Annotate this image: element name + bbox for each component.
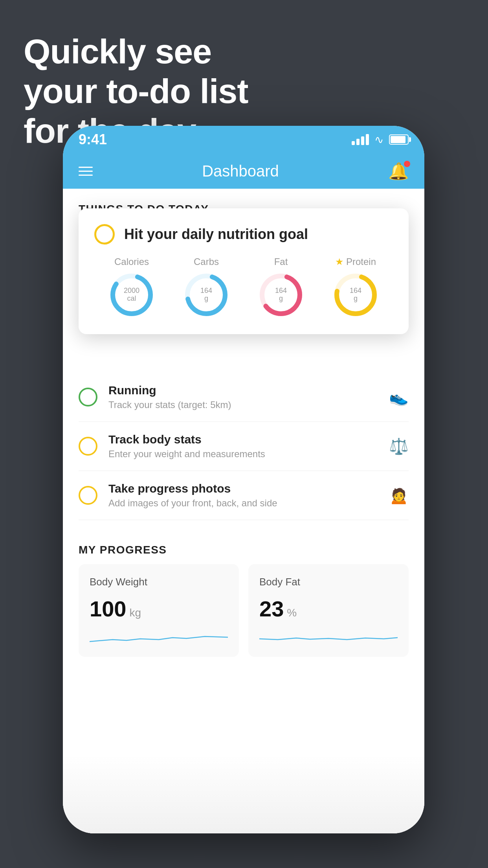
fat-item: Fat 164 g [257,256,305,318]
body-weight-label: Body Weight [90,576,228,588]
body-fat-value: 23 % [259,596,398,622]
photos-title: Take progress photos [108,482,378,495]
status-bar: 9:41 ∿ [63,126,424,153]
person-icon: 🙍 [389,486,409,505]
wifi-icon: ∿ [374,133,383,146]
body-fat-number: 23 [259,596,284,622]
running-sub: Track your stats (target: 5km) [108,399,378,410]
shoe-icon: 👟 [389,388,409,406]
body-fat-unit: % [287,607,297,619]
star-icon: ★ [335,256,344,267]
running-content: Running Track your stats (target: 5km) [108,384,378,410]
todo-item-running[interactable]: Running Track your stats (target: 5km) 👟 [79,373,409,422]
calories-item: Calories 2000 cal [108,256,155,318]
phone-body: THINGS TO DO TODAY Hit your daily nutrit… [63,189,424,833]
carbs-item: Carbs 164 g [183,256,230,318]
running-circle [79,388,97,406]
carbs-label: Carbs [194,256,219,267]
todo-list: Running Track your stats (target: 5km) 👟… [63,373,424,520]
bodystats-circle [79,437,97,456]
fat-donut: 164 g [257,271,305,318]
bodystats-title: Track body stats [108,433,378,446]
status-time: 9:41 [79,131,107,148]
protein-item: ★ Protein 164 g [332,256,379,318]
calories-donut: 2000 cal [108,271,155,318]
protein-value: 164 g [350,287,361,303]
menu-button[interactable] [79,167,93,176]
protein-donut: 164 g [332,271,379,318]
progress-section: MY PROGRESS Body Weight 100 kg Body Fat [63,532,424,673]
fat-label: Fat [274,256,288,267]
body-weight-sparkline [90,628,228,647]
status-icons: ∿ [352,133,409,146]
nutrition-card[interactable]: Hit your daily nutrition goal Calories 2… [79,208,409,334]
carbs-donut: 164 g [183,271,230,318]
running-title: Running [108,384,378,397]
progress-cards: Body Weight 100 kg Body Fat 23 % [79,564,409,657]
todo-item-photos[interactable]: Take progress photos Add images of your … [79,471,409,520]
body-weight-value: 100 kg [90,596,228,622]
progress-title: MY PROGRESS [79,532,409,564]
body-weight-number: 100 [90,596,126,622]
fat-value: 164 g [275,287,287,303]
photos-sub: Add images of your front, back, and side [108,498,378,509]
nutrition-row: Calories 2000 cal Carbs [94,256,393,318]
body-fat-label: Body Fat [259,576,398,588]
nutrition-circle [94,224,115,245]
body-fat-card[interactable]: Body Fat 23 % [248,564,409,657]
scale-icon: ⚖️ [389,437,409,456]
bodystats-content: Track body stats Enter your weight and m… [108,433,378,460]
notification-dot [404,161,410,167]
bodystats-sub: Enter your weight and measurements [108,449,378,460]
signal-icon [352,134,369,145]
body-weight-unit: kg [129,607,141,619]
fade-overlay [63,755,424,833]
todo-item-bodystats[interactable]: Track body stats Enter your weight and m… [79,422,409,471]
photos-circle [79,486,97,505]
carbs-value: 164 g [200,287,212,303]
body-weight-card[interactable]: Body Weight 100 kg [79,564,239,657]
battery-icon [389,134,409,145]
phone-frame: 9:41 ∿ Dashboard 🔔 THI [63,126,424,833]
app-header: Dashboard 🔔 [63,153,424,189]
body-fat-sparkline [259,628,398,647]
header-title: Dashboard [202,162,279,180]
nutrition-card-header: Hit your daily nutrition goal [94,224,393,245]
photos-content: Take progress photos Add images of your … [108,482,378,509]
calories-value: 2000 cal [124,287,139,303]
notification-button[interactable]: 🔔 [388,162,409,181]
protein-label: ★ Protein [335,256,376,267]
nutrition-card-title: Hit your daily nutrition goal [124,226,308,243]
calories-label: Calories [114,256,149,267]
